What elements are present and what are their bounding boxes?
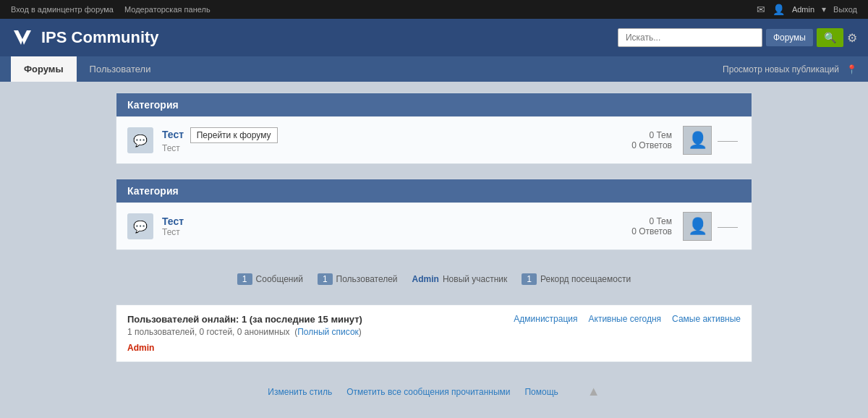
users-badge: 1 bbox=[318, 273, 333, 285]
category-header-1: Категория bbox=[116, 93, 752, 116]
category-header-2: Категория bbox=[116, 179, 752, 202]
logo: IPS Community bbox=[11, 26, 159, 49]
stat-new-member: Admin Новый участник bbox=[412, 274, 508, 284]
online-title: Пользователей онлайн: 1 (за последние 15… bbox=[127, 314, 362, 325]
logout-button[interactable]: Выход bbox=[833, 5, 857, 14]
full-list-link[interactable]: Полный список bbox=[297, 327, 359, 337]
new-member-label: Новый участник bbox=[443, 274, 507, 284]
avatar-icon-1: 👤 bbox=[688, 131, 707, 150]
online-header: Пользователей онлайн: 1 (за последние 15… bbox=[127, 314, 741, 337]
users-label: Пользователей bbox=[336, 274, 398, 284]
forum-info-1: Тест Перейти к форуму Тест bbox=[162, 127, 614, 153]
help-link[interactable]: Помощь bbox=[524, 387, 558, 397]
moderator-panel-link[interactable]: Модераторская панель bbox=[124, 5, 210, 14]
forum-title-2[interactable]: Тест bbox=[162, 216, 184, 227]
online-section: Пользователей онлайн: 1 (за последние 15… bbox=[116, 304, 752, 362]
category-block-2: Категория 💬 Тест Тест 0 Тем 0 Ответов 👤 … bbox=[116, 179, 752, 250]
online-desc: 1 пользователей, 0 гостей, 0 анонимных (… bbox=[127, 327, 362, 337]
online-info: Пользователей онлайн: 1 (за последние 15… bbox=[127, 314, 362, 337]
admin-link[interactable]: Администрация bbox=[514, 314, 577, 324]
stat-record: 1 Рекорд посещаемости bbox=[522, 273, 631, 285]
avatar-1: 👤 bbox=[683, 126, 712, 155]
record-badge: 1 bbox=[522, 273, 537, 285]
new-publications-link[interactable]: Просмотр новых публикаций bbox=[723, 64, 839, 74]
settings-button[interactable]: ⚙ bbox=[847, 31, 857, 45]
mark-read-link[interactable]: Отметить все сообщения прочитанными bbox=[346, 387, 510, 397]
avatar-2: 👤 bbox=[683, 212, 712, 241]
forum-row-2: 💬 Тест Тест 0 Тем 0 Ответов 👤 —— bbox=[116, 202, 752, 249]
category-block-1: Категория 💬 Тест Перейти к форуму Тест 0… bbox=[116, 93, 752, 164]
topics-count-1: 0 Тем bbox=[614, 130, 672, 140]
record-label: Рекорд посещаемости bbox=[540, 274, 631, 284]
search-scope-button[interactable]: Форумы bbox=[766, 29, 813, 46]
forum-last-post-1: 👤 —— bbox=[683, 126, 741, 155]
forum-title-1[interactable]: Тест bbox=[162, 129, 184, 140]
envelope-icon[interactable]: ✉ bbox=[757, 4, 765, 15]
forum-info-2: Тест Тест bbox=[162, 216, 614, 237]
replies-count-1: 0 Ответов bbox=[614, 140, 672, 150]
forum-stats-1: 0 Тем 0 Ответов bbox=[614, 130, 672, 150]
last-post-dash-2: —— bbox=[718, 221, 738, 232]
top-bar: Вход в админцентр форума Модераторская п… bbox=[0, 0, 868, 19]
stat-messages: 1 Сообщений bbox=[237, 273, 303, 285]
most-active-link[interactable]: Самые активные bbox=[672, 314, 741, 324]
forum-stats-2: 0 Тем 0 Ответов bbox=[614, 216, 672, 236]
avatar-icon-2: 👤 bbox=[688, 217, 707, 236]
forum-last-post-2: 👤 —— bbox=[683, 212, 741, 241]
header-search: Форумы 🔍 ⚙ bbox=[618, 28, 857, 47]
replies-count-2: 0 Ответов bbox=[614, 226, 672, 236]
user-icon[interactable]: 👤 bbox=[773, 4, 785, 15]
forum-desc-1: Тест bbox=[162, 143, 614, 153]
scroll-top-button[interactable]: ▲ bbox=[587, 384, 600, 399]
forum-row-1: 💬 Тест Перейти к форуму Тест 0 Тем 0 Отв… bbox=[116, 116, 752, 163]
forum-icon-inner-2: 💬 bbox=[133, 220, 148, 234]
stats-bar: 1 Сообщений 1 Пользователей Admin Новый … bbox=[116, 265, 752, 294]
active-today-link[interactable]: Активные сегодня bbox=[589, 314, 662, 324]
nav-bar: Форумы Пользователи Просмотр новых публи… bbox=[0, 56, 868, 82]
nav-right: Просмотр новых публикаций 📍 bbox=[723, 64, 857, 74]
footer: Изменить стиль Отметить все сообщения пр… bbox=[116, 373, 752, 406]
logo-icon bbox=[11, 26, 34, 49]
forum-icon-inner-1: 💬 bbox=[133, 134, 148, 148]
online-username[interactable]: Admin bbox=[127, 343, 741, 353]
messages-badge: 1 bbox=[237, 273, 252, 285]
tab-forums[interactable]: Форумы bbox=[11, 56, 77, 82]
search-input[interactable] bbox=[618, 28, 762, 47]
new-member-name[interactable]: Admin bbox=[412, 274, 439, 284]
top-bar-right: ✉ 👤 Admin ▾ Выход bbox=[757, 4, 857, 15]
forum-icon-1: 💬 bbox=[127, 127, 153, 153]
forum-tooltip-1[interactable]: Перейти к форуму bbox=[190, 127, 278, 143]
admin-dropdown-icon[interactable]: ▾ bbox=[822, 4, 826, 14]
admin-name[interactable]: Admin bbox=[792, 5, 814, 14]
top-bar-left: Вход в админцентр форума Модераторская п… bbox=[11, 5, 219, 14]
search-button[interactable]: 🔍 bbox=[817, 28, 843, 47]
forum-desc-2: Тест bbox=[162, 227, 614, 237]
header: IPS Community Форумы 🔍 ⚙ bbox=[0, 19, 868, 56]
stat-users: 1 Пользователей bbox=[318, 273, 398, 285]
online-links-right: Администрация Активные сегодня Самые акт… bbox=[514, 314, 741, 324]
tab-users[interactable]: Пользователи bbox=[77, 56, 164, 82]
main-content: Категория 💬 Тест Перейти к форуму Тест 0… bbox=[109, 93, 760, 406]
forum-icon-2: 💬 bbox=[127, 213, 153, 239]
last-post-dash-1: —— bbox=[718, 135, 738, 146]
change-style-link[interactable]: Изменить стиль bbox=[268, 387, 332, 397]
logo-text: IPS Community bbox=[41, 28, 159, 47]
admin-center-link[interactable]: Вход в админцентр форума bbox=[11, 5, 114, 14]
svg-marker-0 bbox=[14, 30, 31, 45]
nav-tabs: Форумы Пользователи bbox=[11, 56, 163, 82]
messages-label: Сообщений bbox=[256, 274, 303, 284]
location-icon: 📍 bbox=[846, 64, 857, 74]
topics-count-2: 0 Тем bbox=[614, 216, 672, 226]
